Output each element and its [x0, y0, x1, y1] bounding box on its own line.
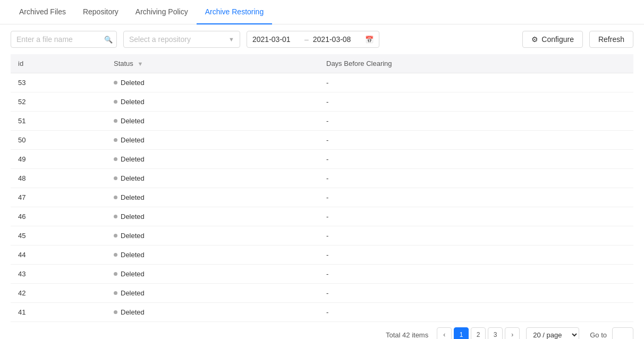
- status-text: Deleted: [121, 79, 145, 87]
- prev-page-button[interactable]: ‹: [437, 327, 452, 339]
- date-separator: –: [304, 35, 309, 44]
- cell-days: -: [319, 92, 633, 112]
- search-input[interactable]: [11, 31, 117, 48]
- cell-id: 47: [11, 188, 106, 207]
- cell-status: Deleted: [106, 92, 319, 112]
- status-text: Deleted: [121, 270, 145, 278]
- cell-id: 52: [11, 92, 106, 112]
- table-row: 47Deleted-: [11, 188, 633, 207]
- cell-days: -: [319, 73, 633, 92]
- goto-label: Go to: [590, 331, 607, 339]
- table-row: 51Deleted-: [11, 112, 633, 131]
- table-row: 44Deleted-: [11, 245, 633, 265]
- date-start-input[interactable]: [252, 35, 300, 44]
- cell-id: 53: [11, 73, 106, 92]
- calendar-icon: 📅: [365, 36, 374, 44]
- status-dot: [114, 196, 117, 199]
- status-text: Deleted: [121, 213, 145, 221]
- cell-days: -: [319, 188, 633, 207]
- cell-id: 42: [11, 284, 106, 303]
- status-dot: [114, 272, 117, 276]
- cell-id: 49: [11, 150, 106, 169]
- col-header-id: id: [11, 54, 106, 73]
- cell-status: Deleted: [106, 245, 319, 265]
- status-dot: [114, 215, 117, 218]
- cell-status: Deleted: [106, 112, 319, 131]
- cell-days: -: [319, 265, 633, 284]
- cell-days: -: [319, 169, 633, 188]
- status-dot: [114, 100, 117, 104]
- refresh-button[interactable]: Refresh: [589, 31, 633, 48]
- status-text: Deleted: [121, 174, 145, 182]
- tab-archiving-policy[interactable]: Archiving Policy: [127, 0, 197, 24]
- cell-id: 41: [11, 303, 106, 322]
- table-row: 41Deleted-: [11, 303, 633, 322]
- status-dot: [114, 176, 117, 180]
- date-end-input[interactable]: [313, 35, 361, 44]
- status-text: Deleted: [121, 251, 145, 259]
- cell-id: 45: [11, 226, 106, 245]
- cell-days: -: [319, 131, 633, 150]
- table-row: 49Deleted-: [11, 150, 633, 169]
- chevron-down-icon: ▼: [228, 36, 234, 43]
- cell-status: Deleted: [106, 284, 319, 303]
- table-row: 46Deleted-: [11, 207, 633, 226]
- configure-button[interactable]: ⚙ Configure: [522, 31, 583, 48]
- status-text: Deleted: [121, 308, 145, 316]
- search-input-wrap: 🔍: [11, 31, 117, 48]
- status-dot: [114, 253, 117, 257]
- table-row: 50Deleted-: [11, 131, 633, 150]
- status-dot: [114, 138, 117, 142]
- cell-id: 48: [11, 169, 106, 188]
- cell-status: Deleted: [106, 207, 319, 226]
- status-text: Deleted: [121, 136, 145, 144]
- cell-days: -: [319, 245, 633, 265]
- status-text: Deleted: [121, 98, 145, 106]
- cell-status: Deleted: [106, 73, 319, 92]
- page-size-select[interactable]: 20 / page 50 / page 100 / page: [526, 327, 579, 339]
- status-text: Deleted: [121, 193, 145, 201]
- cell-id: 51: [11, 112, 106, 131]
- page-2-button[interactable]: 2: [471, 327, 486, 339]
- cell-days: -: [319, 226, 633, 245]
- table-row: 52Deleted-: [11, 92, 633, 112]
- status-dot: [114, 119, 117, 123]
- col-header-status: Status ▼: [106, 54, 319, 73]
- page-3-button[interactable]: 3: [488, 327, 503, 339]
- table-row: 43Deleted-: [11, 265, 633, 284]
- cell-id: 46: [11, 207, 106, 226]
- status-dot: [114, 310, 117, 314]
- cell-id: 44: [11, 245, 106, 265]
- status-text: Deleted: [121, 117, 145, 125]
- tab-archived-files[interactable]: Archived Files: [11, 0, 74, 24]
- status-text: Deleted: [121, 232, 145, 240]
- tab-archive-restoring[interactable]: Archive Restoring: [197, 0, 273, 24]
- table-row: 45Deleted-: [11, 226, 633, 245]
- tab-repository[interactable]: Repository: [74, 0, 127, 24]
- cell-status: Deleted: [106, 265, 319, 284]
- status-dot: [114, 291, 117, 295]
- status-dot: [114, 81, 117, 84]
- cell-status: Deleted: [106, 150, 319, 169]
- next-page-button[interactable]: ›: [505, 327, 520, 339]
- cell-id: 50: [11, 131, 106, 150]
- repository-select[interactable]: Select a repository ▼: [123, 31, 240, 48]
- page-1-button[interactable]: 1: [454, 327, 469, 339]
- goto-input[interactable]: [612, 327, 633, 339]
- date-range-picker[interactable]: – 📅: [247, 31, 379, 48]
- data-table: id Status ▼ Days Before Clearing 53Delet…: [11, 54, 633, 322]
- cell-days: -: [319, 150, 633, 169]
- table-row: 53Deleted-: [11, 73, 633, 92]
- cell-status: Deleted: [106, 226, 319, 245]
- table-row: 48Deleted-: [11, 169, 633, 188]
- status-text: Deleted: [121, 155, 145, 163]
- cell-days: -: [319, 112, 633, 131]
- filter-icon[interactable]: ▼: [137, 61, 143, 67]
- cell-status: Deleted: [106, 169, 319, 188]
- status-text: Deleted: [121, 289, 145, 297]
- cell-status: Deleted: [106, 303, 319, 322]
- status-dot: [114, 157, 117, 161]
- cell-days: -: [319, 303, 633, 322]
- table-header-row: id Status ▼ Days Before Clearing: [11, 54, 633, 73]
- cell-days: -: [319, 284, 633, 303]
